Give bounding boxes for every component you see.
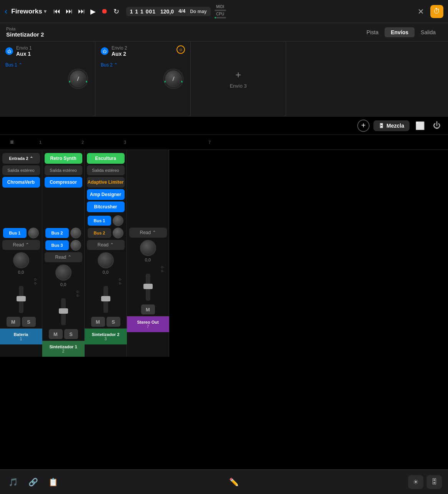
ch3-fader-thumb[interactable] <box>101 296 110 301</box>
ch4-pan-value: 0,0 <box>145 258 151 262</box>
tab-salida[interactable]: Salida <box>415 27 442 37</box>
ch2-plugin-button[interactable]: Retro Synth <box>45 153 82 164</box>
ch3-pan-knob[interactable] <box>98 252 114 268</box>
back-button[interactable]: ‹ <box>5 7 7 17</box>
bottom-browser-button[interactable]: 🔗 <box>26 475 40 489</box>
ch2-bus-2-knob[interactable] <box>70 228 81 238</box>
channels-scroll[interactable]: Entrada 2 ⌃ Salida estéreo ChromaVerb Bu… <box>0 150 448 469</box>
ch1-output[interactable]: Salida estéreo <box>2 165 40 175</box>
ch2-fx-1[interactable]: Compressor <box>45 177 82 188</box>
ch1-input-button[interactable]: Entrada 2 ⌃ <box>2 153 40 164</box>
ch2-bus-3-button[interactable]: Bus 3 <box>45 240 69 250</box>
ch1-pan-knob[interactable] <box>13 252 29 268</box>
ch3-output[interactable]: Salida estéreo <box>87 165 125 175</box>
bottom-eq-button[interactable]: 🎛 <box>426 475 442 489</box>
bottom-inspector-button[interactable]: 📋 <box>46 475 60 489</box>
bottom-tracks-button[interactable]: 🎵 <box>6 475 20 489</box>
ch2-fader-track[interactable] <box>61 298 66 325</box>
send-2-knob[interactable] <box>165 70 182 87</box>
settings-button[interactable]: ⏱ <box>430 5 443 18</box>
ch3-fx-adaptive[interactable]: Adaptive Limiter <box>87 177 125 188</box>
ch2-mute-button[interactable]: M <box>49 329 63 339</box>
ch2-fader-6db: 6- <box>77 294 80 298</box>
tab-envios[interactable]: Envíos <box>385 27 415 37</box>
play-button[interactable]: ▶ <box>90 7 96 16</box>
send-1-knob-container <box>67 68 89 90</box>
ch4-read-select[interactable]: Read ⌃ <box>129 228 167 238</box>
send-1-knob[interactable] <box>70 70 87 87</box>
ruler-area: ≡ 1 2 3 7 <box>0 135 448 150</box>
mixer-power-button[interactable]: ⏻ <box>430 119 443 132</box>
ch4-fader-thumb[interactable] <box>143 284 153 289</box>
bottom-brightness-button[interactable]: ☀ <box>408 475 423 489</box>
ch2-output[interactable]: Salida estéreo <box>45 165 82 175</box>
send-2-tune-icon[interactable]: ⊙ <box>177 45 185 54</box>
ch3-fx-bitcrusher[interactable]: Bitcrusher <box>87 201 125 212</box>
close-button[interactable]: ✕ <box>414 5 427 18</box>
ch2-bus-2-row: Bus 2 <box>44 227 83 239</box>
add-send-plus-icon: + <box>235 69 241 81</box>
ch2-fader-thumb[interactable] <box>59 308 68 314</box>
ch3-bus-1-knob[interactable] <box>113 215 123 226</box>
ch1-label-strip[interactable]: Batería 1 <box>0 328 42 344</box>
ch4-mute-button[interactable]: M <box>141 304 155 314</box>
ch1-fx-1[interactable]: ChromaVerb <box>2 177 40 188</box>
ch1-bus-1-knob[interactable] <box>28 228 39 238</box>
ch2-solo-button[interactable]: S <box>64 329 78 339</box>
ch3-label-strip[interactable]: Sintetizador 2 3 <box>85 328 127 344</box>
send-1-bus[interactable]: Bus 1 ⌃ <box>5 62 90 68</box>
ch3-bus-1-button[interactable]: Bus 1 <box>88 216 111 226</box>
track-name: Sintetizador 2 <box>6 31 44 38</box>
tab-pista[interactable]: Pista <box>360 27 385 37</box>
ch1-ms-row: M S <box>7 317 36 327</box>
ch1-read-select[interactable]: Read ⌃ <box>2 240 40 250</box>
mixer-add-button[interactable]: + <box>357 120 370 132</box>
ch1-pan-value: 0,0 <box>18 270 24 274</box>
ch2-label-strip[interactable]: Sintetizador 1 2 <box>42 341 85 357</box>
ch3-bus-2-knob[interactable] <box>113 228 123 238</box>
ch1-bus-1-button[interactable]: Bus 1 <box>3 228 27 238</box>
ch2-fader-section: 0- 6- <box>44 288 83 328</box>
ch3-fader-track[interactable] <box>103 286 108 313</box>
ruler-ticks: 1 2 3 7 <box>19 140 231 145</box>
ch1-fader-track[interactable] <box>19 286 23 313</box>
channel-stereo-out: Read ⌃ 0,0 0- 6- M <box>127 150 169 357</box>
send-slot-3[interactable]: + Envío 3 <box>191 42 286 116</box>
record-button[interactable]: ⏺ <box>101 7 108 15</box>
loop-button[interactable]: ↻ <box>113 7 119 16</box>
ch3-solo-button[interactable]: S <box>107 317 120 327</box>
ch1-fader-section: 0- 6- <box>2 276 40 315</box>
send-1-title: Envío 1 <box>16 45 32 51</box>
ch2-bus-2-button[interactable]: Bus 2 <box>45 228 69 238</box>
skip-back-button[interactable]: ⏭ <box>78 7 85 15</box>
pencil-button[interactable]: ✏️ <box>229 477 239 487</box>
send-1-aux: Aux 1 <box>16 51 32 57</box>
ch2-pan-knob[interactable] <box>55 264 72 281</box>
send-1-power-button[interactable]: ⏻ <box>5 47 13 55</box>
key-signature: Do may <box>190 9 207 14</box>
mezcla-button[interactable]: 🎛 Mezcla <box>373 120 410 131</box>
ch3-plugin-button[interactable]: Escultura <box>87 153 125 164</box>
ruler-icon[interactable]: ≡ <box>6 136 18 148</box>
ch2-bus-3-knob[interactable] <box>70 240 81 251</box>
ch4-pan-knob[interactable] <box>140 240 156 256</box>
mixer-view-button[interactable]: ⬜ <box>413 119 426 132</box>
ch1-mute-button[interactable]: M <box>7 317 20 327</box>
ch4-label-strip[interactable]: Stereo Out 7 <box>127 316 169 332</box>
ch3-read-select[interactable]: Read ⌃ <box>87 240 125 250</box>
ch2-read-select[interactable]: Read ⌃ <box>45 252 82 262</box>
send-2-knob-wrap <box>163 68 184 90</box>
ch4-fader-track[interactable] <box>146 274 150 301</box>
send-2-power-button[interactable]: ⏻ <box>101 47 108 55</box>
ch1-solo-button[interactable]: S <box>22 317 36 327</box>
send-2-bus[interactable]: Bus 2 ⌃ <box>101 62 185 68</box>
ch3-mute-button[interactable]: M <box>91 317 105 327</box>
project-title: Fireworks <box>11 8 42 15</box>
project-chevron-icon[interactable]: ▾ <box>44 8 47 14</box>
rewind-button[interactable]: ⏮ <box>53 7 60 15</box>
fast-forward-button[interactable]: ⏭ <box>66 7 73 15</box>
ch3-fx-amp[interactable]: Amp Designer <box>87 189 125 200</box>
ch3-bus-2-button[interactable]: Bus 2 <box>88 228 111 238</box>
ch1-fader-thumb[interactable] <box>17 296 26 301</box>
ch2-bus-3-row: Bus 3 <box>44 239 83 251</box>
